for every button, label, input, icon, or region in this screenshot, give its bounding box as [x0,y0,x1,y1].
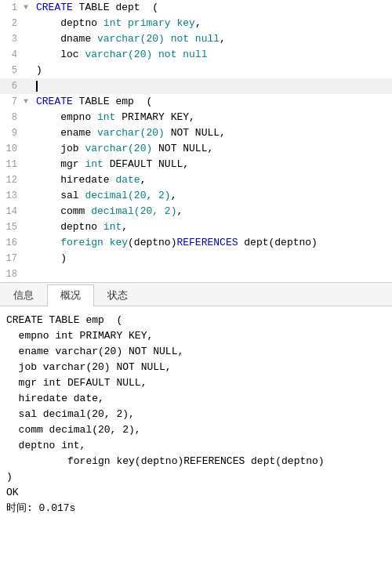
editor-line-17[interactable]: 17 ) [0,251,392,266]
token: (deptno) [128,237,176,248]
token: varchar(20) [97,127,165,139]
line-number: 3 [0,31,24,47]
line-number: 5 [0,63,24,78]
line-content: CREATE TABLE dept ( [33,0,392,16]
token: int [85,158,103,170]
editor-line-2[interactable]: 2 deptno int primary key, [0,16,392,31]
tab-状态[interactable]: 状态 [94,284,141,306]
tabs-bar: 信息概况状态 [0,283,392,306]
token: not null [171,33,220,45]
code-editor[interactable]: 1▼CREATE TABLE dept (2 deptno int primar… [0,0,392,283]
token: varchar(20) [85,143,152,154]
result-line: ) [6,469,386,485]
editor-line-7[interactable]: 7▼CREATE TABLE emp ( [0,94,392,110]
token: date [115,174,140,186]
token: dname [36,33,97,45]
line-content: mgr int DEFAULT NULL, [33,157,392,172]
token: ename [36,127,97,139]
token: CREATE [36,96,73,107]
editor-line-1[interactable]: 1▼CREATE TABLE dept ( [0,0,392,16]
editor-line-14[interactable]: 14 comm decimal(20, 2), [0,204,392,219]
editor-line-3[interactable]: 3 dname varchar(20) not null, [0,31,392,47]
token: int [103,17,122,29]
token: mgr [36,158,85,170]
editor-line-11[interactable]: 11 mgr int DEFAULT NULL, [0,157,392,172]
result-line: sal decimal(20, 2), [6,407,386,422]
line-content: CREATE TABLE emp ( [33,94,392,110]
result-line: OK [6,485,386,501]
token: ) [36,252,67,264]
line-content: deptno int primary key, [33,16,392,31]
editor-line-12[interactable]: 12 hiredate date, [0,172,392,188]
line-number: 16 [0,235,24,251]
token: REFERENCES [176,237,238,248]
token: NOT NULL, [165,127,226,139]
token [165,33,171,45]
line-number: 11 [0,157,24,172]
line-number: 15 [0,219,24,235]
editor-line-15[interactable]: 15 deptno int, [0,219,392,235]
token: TABLE emp ( [73,96,152,107]
line-number: 2 [0,16,24,31]
token: decimal(20, 2) [91,205,176,217]
line-number: 17 [0,251,24,266]
result-line: hiredate date, [6,391,386,407]
token: DEFAULT NULL, [103,158,189,170]
token [122,17,128,29]
line-number: 1 [0,0,24,16]
result-area: CREATE TABLE emp ( empno int PRIMARY KEY… [0,306,392,523]
token: varchar(20) [97,33,165,45]
tab-信息[interactable]: 信息 [0,284,47,306]
line-content: empno int PRIMARY KEY, [33,110,392,125]
token: , [140,174,147,186]
result-line: deptno int, [6,438,386,454]
line-number: 7 [0,94,24,110]
line-content [33,78,392,94]
result-line: comm decimal(20, 2), [6,422,386,438]
editor-line-9[interactable]: 9 ename varchar(20) NOT NULL, [0,125,392,141]
line-number: 8 [0,110,24,125]
line-number: 4 [0,47,24,63]
token: deptno [36,221,103,233]
editor-line-13[interactable]: 13 sal decimal(20, 2), [0,188,392,204]
line-number: 12 [0,172,24,188]
token: int [103,221,122,233]
editor-line-5[interactable]: 5 ) [0,63,392,78]
fold-icon[interactable]: ▼ [24,0,33,16]
editor-line-4[interactable]: 4 loc varchar(20) not null [0,47,392,63]
token: decimal(20, 2) [85,190,170,201]
editor-line-16[interactable]: 16 foreign key(deptno)REFERENCES dept(de… [0,235,392,251]
editor-line-10[interactable]: 10 job varchar(20) NOT NULL, [0,141,392,157]
token: , [171,190,177,201]
line-content: loc varchar(20) not null [33,47,392,63]
line-number: 9 [0,125,24,141]
token: sal [36,190,85,201]
result-line: job varchar(20) NOT NULL, [6,360,386,375]
line-content: sal decimal(20, 2), [33,188,392,204]
line-content: foreign key(deptno)REFERENCES dept(deptn… [33,235,392,251]
editor-line-6[interactable]: 6 [0,78,392,94]
token: PRIMARY KEY, [115,111,194,123]
editor-line-18[interactable]: 18 [0,266,392,282]
result-line: foreign key(deptno)REFERENCES dept(deptn… [6,454,386,469]
token: deptno [36,17,103,29]
line-number: 18 [0,266,24,282]
fold-icon[interactable]: ▼ [24,94,33,110]
tab-概况[interactable]: 概况 [47,284,94,306]
text-cursor [36,81,38,92]
token: job [36,143,85,154]
line-content: ename varchar(20) NOT NULL, [33,125,392,141]
result-line: 时间: 0.017s [6,501,386,516]
token [36,237,60,248]
editor-line-8[interactable]: 8 empno int PRIMARY KEY, [0,110,392,125]
line-number: 14 [0,204,24,219]
token: foreign key [60,237,128,248]
line-number: 13 [0,188,24,204]
token: ) [36,64,42,76]
token: , [176,205,183,217]
token: not null [158,49,207,60]
token: comm [36,205,91,217]
line-number: 6 [0,78,24,94]
token: , [220,33,226,45]
result-line: empno int PRIMARY KEY, [6,328,386,344]
